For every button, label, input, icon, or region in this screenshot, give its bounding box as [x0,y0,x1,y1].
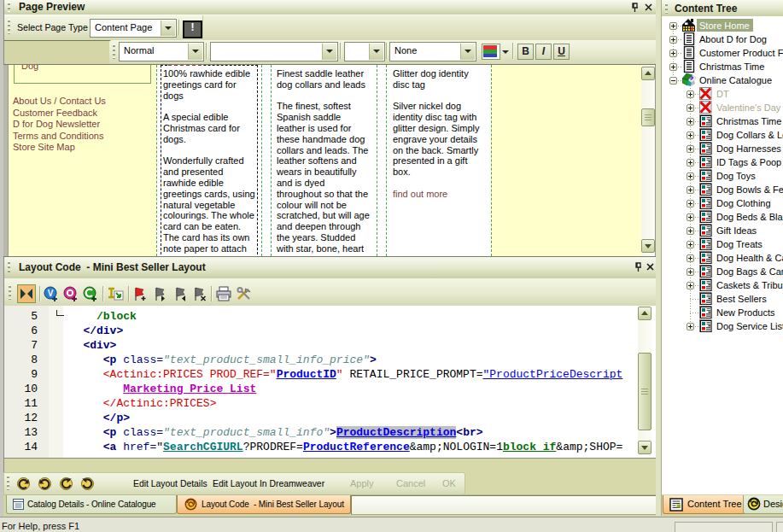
svg-text:V: V [48,289,54,298]
